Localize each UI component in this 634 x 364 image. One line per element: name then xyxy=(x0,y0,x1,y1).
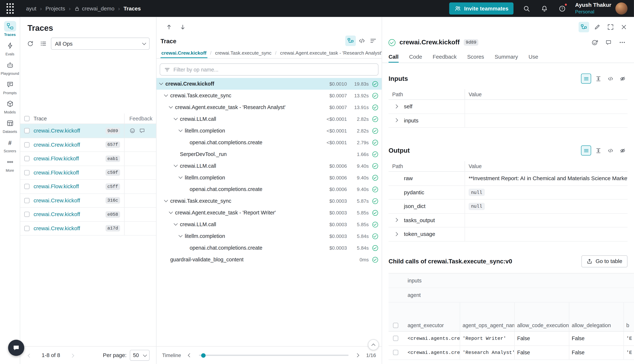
row-checkbox[interactable] xyxy=(24,184,30,189)
collapse-chevron-icon[interactable] xyxy=(174,222,178,226)
trace-tree-row[interactable]: crewai.Crew.kickoff $0.0010 19.83s xyxy=(156,78,382,90)
breadcrumb-entity[interactable]: ayut xyxy=(26,6,36,12)
inputs-row-self[interactable]: self xyxy=(389,100,627,114)
comment-icon[interactable] xyxy=(603,37,614,48)
trace-path-tab[interactable]: crewai.Task.execute_sync xyxy=(214,48,272,58)
trace-link[interactable]: crewai.Crew.kickoff xyxy=(34,128,80,134)
tab-scores[interactable]: Scores xyxy=(467,51,484,63)
output-row-json-dict[interactable]: json_dict null xyxy=(389,200,627,214)
go-to-table-button[interactable]: Go to table xyxy=(581,255,627,267)
collapse-chevron-icon[interactable] xyxy=(174,163,178,167)
sidebar-item-models[interactable]: Models xyxy=(0,98,20,114)
flame-graph-icon[interactable] xyxy=(368,36,379,46)
table-view-icon[interactable] xyxy=(581,145,591,156)
prev-page-icon[interactable] xyxy=(28,352,31,358)
trace-tree-row[interactable]: openai.chat.completions.create $0.0006 9… xyxy=(156,184,382,195)
trace-link[interactable]: crewai.Crew.kickoff xyxy=(34,142,80,148)
column-settings-icon[interactable] xyxy=(38,38,49,49)
op-filter-input[interactable] xyxy=(174,66,374,72)
trace-tree-row[interactable]: openai.chat.completions.create $0.0003 5… xyxy=(156,242,382,254)
sidebar-item-evals[interactable]: Evals xyxy=(0,40,20,56)
trace-link[interactable]: crewai.Crew.kickoff xyxy=(34,211,80,217)
row-checkbox[interactable] xyxy=(24,142,30,147)
code-view-icon[interactable] xyxy=(605,145,615,156)
table-row[interactable]: crewai.Flow.kickoffeab1 xyxy=(20,152,156,166)
table-row[interactable]: crewai.Crew.kickoffa17d xyxy=(20,222,156,236)
trace-tree-row[interactable]: crewai.Agent.execute_task - 'Research An… xyxy=(156,101,382,113)
sidebar-item-datasets[interactable]: Datasets xyxy=(0,118,20,134)
hide-values-eye-icon[interactable] xyxy=(617,74,627,84)
help-icon[interactable]: ? xyxy=(557,4,567,14)
trace-tree-row[interactable]: crewai.Agent.execute_task - 'Report Writ… xyxy=(156,207,382,218)
toggle-tree-panel-icon[interactable] xyxy=(579,22,589,32)
comment-icon[interactable] xyxy=(139,128,145,134)
hide-values-eye-icon[interactable] xyxy=(617,145,627,156)
collapse-chevron-icon[interactable] xyxy=(164,93,168,97)
tab-code[interactable]: Code xyxy=(409,51,422,63)
output-row-tasks-output[interactable]: tasks_output xyxy=(389,214,627,228)
trace-link[interactable]: crewai.Crew.kickoff xyxy=(34,198,80,204)
column-header[interactable]: b xyxy=(623,319,634,331)
collapse-chevron-icon[interactable] xyxy=(174,116,178,120)
sidebar-item-playground[interactable]: Playground xyxy=(0,60,20,76)
collapse-chevron-icon[interactable] xyxy=(159,81,163,85)
column-header[interactable]: allow_delegation xyxy=(569,319,623,331)
table-view-icon[interactable] xyxy=(581,74,591,84)
breadcrumb-project[interactable]: crewai_demo xyxy=(74,6,115,12)
trace-tree-row[interactable]: litellm.completion <$0.0001 2.82s xyxy=(156,125,382,136)
table-row[interactable]: crewai.Crew.kickoff316c xyxy=(20,194,156,208)
trace-link[interactable]: crewai.Flow.kickoff xyxy=(34,184,79,190)
overflow-menu-icon[interactable] xyxy=(617,37,627,48)
collapse-chevron-icon[interactable] xyxy=(178,128,183,132)
avatar[interactable] xyxy=(615,2,627,14)
trace-tree-row[interactable]: crewai.LLM.call $0.0003 5.85s xyxy=(156,218,382,230)
tab-summary[interactable]: Summary xyxy=(495,51,518,63)
trace-link[interactable]: crewai.Flow.kickoff xyxy=(34,156,79,162)
invite-teammates-button[interactable]: Invite teammates xyxy=(449,2,514,14)
search-icon[interactable] xyxy=(522,4,531,14)
timeline-slider-handle[interactable] xyxy=(201,353,205,358)
output-row-token-usage[interactable]: token_usage xyxy=(389,228,627,242)
add-reaction-icon[interactable] xyxy=(129,128,135,134)
row-checkbox[interactable] xyxy=(24,170,30,175)
trace-tree-row[interactable]: crewai.Task.execute_sync $0.0003 5.87s xyxy=(156,195,382,207)
table-row[interactable]: crewai.Crew.kickoff657f xyxy=(20,138,156,152)
previous-trace-icon[interactable] xyxy=(164,22,174,32)
table-row[interactable]: crewai.Flow.kickoffc59f xyxy=(20,166,156,180)
timeline-next-icon[interactable] xyxy=(353,350,361,360)
collapse-chevron-icon[interactable] xyxy=(164,198,168,202)
edit-pencil-icon[interactable] xyxy=(592,22,602,32)
table-row[interactable]: crewai.Flow.kickoffc5ff xyxy=(20,180,156,194)
column-header[interactable]: agent_ops_agent_name xyxy=(460,319,514,331)
row-checkbox[interactable] xyxy=(24,198,30,203)
expand-rows-icon[interactable] xyxy=(593,74,603,84)
tree-view-icon[interactable] xyxy=(345,36,356,46)
ops-filter-select[interactable]: All Ops xyxy=(51,38,150,50)
trace-tree-row[interactable]: crewai.LLM.call $0.0006 9.40s xyxy=(156,160,382,172)
user-menu[interactable]: Ayush Thakur Personal xyxy=(575,2,627,15)
tab-feedback[interactable]: Feedback xyxy=(433,51,457,63)
table-row[interactable]: <crewai.agents.cre… 'Research Analyst' F… xyxy=(389,346,634,360)
scroll-to-top-button[interactable] xyxy=(368,339,379,350)
trace-tree-row[interactable]: litellm.completion $0.0006 9.40s xyxy=(156,172,382,184)
output-row-pydantic[interactable]: pydantic null xyxy=(389,186,627,200)
sidebar-item-more[interactable]: More xyxy=(0,157,20,172)
trace-tree-row[interactable]: openai.chat.completions.create <$0.0001 … xyxy=(156,136,382,148)
code-view-icon[interactable] xyxy=(605,74,615,84)
trace-tree-row[interactable]: SerperDevTool._run 1.66s xyxy=(156,148,382,160)
column-header-trace[interactable]: Trace xyxy=(34,114,124,124)
timeline-slider[interactable] xyxy=(199,355,348,356)
notifications-bell-icon[interactable] xyxy=(539,4,549,14)
row-checkbox[interactable] xyxy=(24,156,30,161)
expand-rows-icon[interactable] xyxy=(593,145,603,156)
collapse-chevron-icon[interactable] xyxy=(169,210,173,214)
select-all-checkbox[interactable] xyxy=(393,322,398,328)
row-checkbox[interactable] xyxy=(393,350,398,355)
row-checkbox[interactable] xyxy=(24,226,30,231)
trace-path-tab[interactable]: crewai.Agent.execute_task - 'Research An… xyxy=(279,48,382,58)
trace-tree-row[interactable]: crewai.LLM.call <$0.0001 2.82s xyxy=(156,113,382,125)
trace-link[interactable]: crewai.Crew.kickoff xyxy=(34,225,80,231)
table-row[interactable]: <crewai.agents.cre… 'Report Writer' Fals… xyxy=(389,332,634,346)
trace-tree-row[interactable]: litellm.completion $0.0003 5.84s xyxy=(156,230,382,242)
code-view-icon[interactable] xyxy=(357,36,367,46)
